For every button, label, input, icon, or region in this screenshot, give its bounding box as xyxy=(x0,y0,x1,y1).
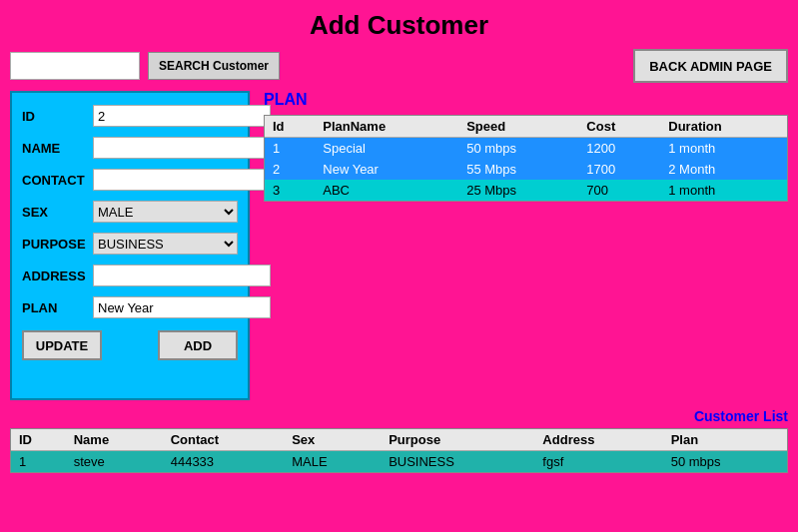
contact-label: CONTACT xyxy=(22,173,87,188)
plan-cell-duration: 1 month xyxy=(660,138,787,160)
search-input[interactable] xyxy=(10,52,140,80)
address-row: ADDRESS xyxy=(22,265,238,286)
customer-col-id: ID xyxy=(11,429,66,451)
purpose-row: PURPOSE BUSINESS PERSONAL xyxy=(22,233,238,255)
sex-row: SEX MALE FEMALE xyxy=(22,201,238,223)
plan-cell-id: 3 xyxy=(265,180,315,201)
page-title: Add Customer xyxy=(0,0,798,49)
customer-table-header: ID Name Contact Sex Purpose Address Plan xyxy=(11,429,787,451)
main-content: ID NAME CONTACT SEX MALE FEMALE PURPOSE … xyxy=(0,91,798,400)
customer-cell-purpose: BUSINESS xyxy=(381,451,534,473)
sex-select[interactable]: MALE FEMALE xyxy=(93,201,238,223)
plan-table-row[interactable]: 3ABC25 Mbps7001 month xyxy=(265,180,787,201)
plan-cell-cost: 1200 xyxy=(578,138,660,160)
customer-cell-contact: 444333 xyxy=(163,451,284,473)
plan-table-row[interactable]: 2New Year55 Mbps17002 Month xyxy=(265,159,787,180)
customer-table-container: ID Name Contact Sex Purpose Address Plan… xyxy=(10,428,788,473)
contact-row: CONTACT xyxy=(22,169,238,191)
customer-list-section: Customer List ID Name Contact Sex Purpos… xyxy=(10,408,788,473)
back-admin-button[interactable]: BACK ADMIN PAGE xyxy=(633,49,788,83)
customer-col-name: Name xyxy=(66,429,163,451)
sex-label: SEX xyxy=(22,205,87,220)
contact-input[interactable] xyxy=(93,169,271,191)
customer-col-contact: Contact xyxy=(163,429,284,451)
right-panel: PLAN Id PlanName Speed Cost Duration 1Sp… xyxy=(250,91,788,400)
customer-table-row[interactable]: 1steve444333MALEBUSINESSfgsf50 mbps xyxy=(11,451,787,473)
plan-cell-speed: 50 mbps xyxy=(458,138,578,160)
customer-cell-name: steve xyxy=(66,451,163,473)
customer-col-sex: Sex xyxy=(284,429,381,451)
plan-cell-duration: 2 Month xyxy=(660,159,787,180)
purpose-label: PURPOSE xyxy=(22,237,87,252)
customer-col-purpose: Purpose xyxy=(381,429,534,451)
plan-col-speed: Speed xyxy=(458,116,578,138)
customer-col-plan: Plan xyxy=(663,429,787,451)
plan-cell-plan_name: Special xyxy=(315,138,458,160)
plan-cell-cost: 700 xyxy=(578,180,660,201)
plan-cell-id: 1 xyxy=(265,138,315,160)
plan-col-cost: Cost xyxy=(578,116,660,138)
plan-cell-cost: 1700 xyxy=(578,159,660,180)
name-label: NAME xyxy=(22,141,87,156)
id-input[interactable] xyxy=(93,105,271,127)
plan-col-duration: Duration xyxy=(660,116,787,138)
plan-row: PLAN xyxy=(22,296,238,318)
customer-col-address: Address xyxy=(534,429,662,451)
plan-input[interactable] xyxy=(93,296,271,318)
form-buttons: UPDATE ADD xyxy=(22,330,238,360)
id-label: ID xyxy=(22,109,87,124)
plan-cell-speed: 55 Mbps xyxy=(458,159,578,180)
plan-cell-plan_name: New Year xyxy=(315,159,458,180)
plan-cell-duration: 1 month xyxy=(660,180,787,201)
plan-section-label: PLAN xyxy=(264,91,788,109)
customer-cell-address: fgsf xyxy=(534,451,662,473)
plan-cell-plan_name: ABC xyxy=(315,180,458,201)
plan-table-container: Id PlanName Speed Cost Duration 1Special… xyxy=(264,115,788,202)
address-label: ADDRESS xyxy=(22,268,87,283)
customer-table: ID Name Contact Sex Purpose Address Plan… xyxy=(11,429,787,472)
plan-col-id: Id xyxy=(265,116,315,138)
plan-cell-speed: 25 Mbps xyxy=(458,180,578,201)
plan-table: Id PlanName Speed Cost Duration 1Special… xyxy=(265,116,787,201)
update-button[interactable]: UPDATE xyxy=(22,330,102,360)
plan-table-header: Id PlanName Speed Cost Duration xyxy=(265,116,787,138)
add-button[interactable]: ADD xyxy=(158,330,238,360)
purpose-select[interactable]: BUSINESS PERSONAL xyxy=(93,233,238,255)
plan-col-name: PlanName xyxy=(315,116,458,138)
customer-cell-sex: MALE xyxy=(284,451,381,473)
id-row: ID xyxy=(22,105,238,127)
name-row: NAME xyxy=(22,137,238,159)
plan-field-label: PLAN xyxy=(22,300,87,315)
plan-cell-id: 2 xyxy=(265,159,315,180)
customer-list-label: Customer List xyxy=(10,408,788,424)
name-input[interactable] xyxy=(93,137,271,159)
top-bar: SEARCH Customer BACK ADMIN PAGE xyxy=(0,49,798,91)
customer-cell-id: 1 xyxy=(11,451,66,473)
form-panel: ID NAME CONTACT SEX MALE FEMALE PURPOSE … xyxy=(10,91,250,400)
customer-cell-plan: 50 mbps xyxy=(663,451,787,473)
address-input[interactable] xyxy=(93,265,271,286)
plan-table-row[interactable]: 1Special50 mbps12001 month xyxy=(265,138,787,160)
search-customer-button[interactable]: SEARCH Customer xyxy=(148,52,280,80)
